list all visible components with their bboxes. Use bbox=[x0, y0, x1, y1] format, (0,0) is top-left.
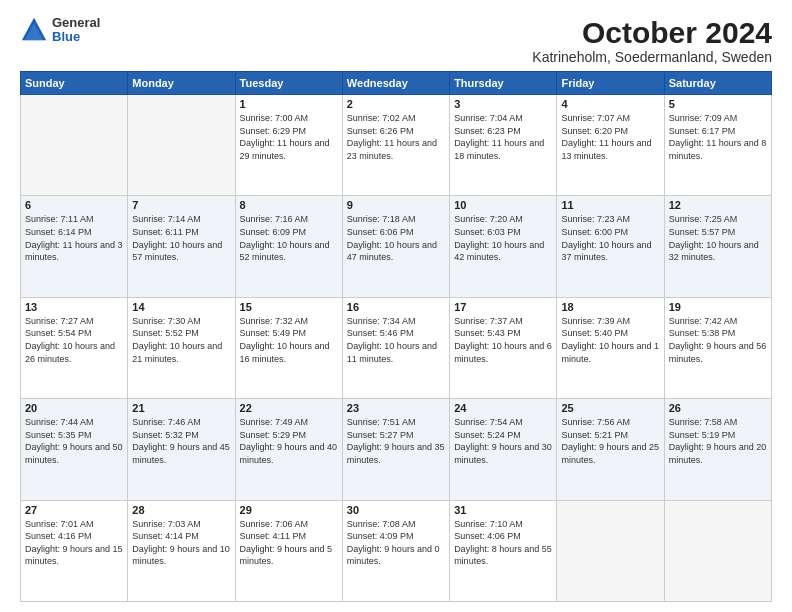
col-saturday: Saturday bbox=[664, 72, 771, 95]
day-info: Sunrise: 7:37 AM Sunset: 5:43 PM Dayligh… bbox=[454, 315, 552, 365]
day-info: Sunrise: 7:20 AM Sunset: 6:03 PM Dayligh… bbox=[454, 213, 552, 263]
day-info: Sunrise: 7:07 AM Sunset: 6:20 PM Dayligh… bbox=[561, 112, 659, 162]
day-info: Sunrise: 7:39 AM Sunset: 5:40 PM Dayligh… bbox=[561, 315, 659, 365]
day-number: 11 bbox=[561, 199, 659, 211]
calendar-cell: 19Sunrise: 7:42 AM Sunset: 5:38 PM Dayli… bbox=[664, 297, 771, 398]
col-thursday: Thursday bbox=[450, 72, 557, 95]
calendar-cell: 26Sunrise: 7:58 AM Sunset: 5:19 PM Dayli… bbox=[664, 399, 771, 500]
calendar-cell: 2Sunrise: 7:02 AM Sunset: 6:26 PM Daylig… bbox=[342, 95, 449, 196]
col-monday: Monday bbox=[128, 72, 235, 95]
calendar-cell bbox=[21, 95, 128, 196]
day-info: Sunrise: 7:16 AM Sunset: 6:09 PM Dayligh… bbox=[240, 213, 338, 263]
calendar-cell: 23Sunrise: 7:51 AM Sunset: 5:27 PM Dayli… bbox=[342, 399, 449, 500]
day-number: 16 bbox=[347, 301, 445, 313]
calendar-week-4: 20Sunrise: 7:44 AM Sunset: 5:35 PM Dayli… bbox=[21, 399, 772, 500]
day-number: 5 bbox=[669, 98, 767, 110]
calendar-week-3: 13Sunrise: 7:27 AM Sunset: 5:54 PM Dayli… bbox=[21, 297, 772, 398]
calendar-cell: 21Sunrise: 7:46 AM Sunset: 5:32 PM Dayli… bbox=[128, 399, 235, 500]
day-info: Sunrise: 7:08 AM Sunset: 4:09 PM Dayligh… bbox=[347, 518, 445, 568]
day-info: Sunrise: 7:00 AM Sunset: 6:29 PM Dayligh… bbox=[240, 112, 338, 162]
day-number: 30 bbox=[347, 504, 445, 516]
day-info: Sunrise: 7:34 AM Sunset: 5:46 PM Dayligh… bbox=[347, 315, 445, 365]
logo-blue-text: Blue bbox=[52, 30, 100, 44]
day-number: 12 bbox=[669, 199, 767, 211]
calendar-cell: 9Sunrise: 7:18 AM Sunset: 6:06 PM Daylig… bbox=[342, 196, 449, 297]
day-info: Sunrise: 7:44 AM Sunset: 5:35 PM Dayligh… bbox=[25, 416, 123, 466]
day-info: Sunrise: 7:30 AM Sunset: 5:52 PM Dayligh… bbox=[132, 315, 230, 365]
day-info: Sunrise: 7:03 AM Sunset: 4:14 PM Dayligh… bbox=[132, 518, 230, 568]
calendar-cell: 8Sunrise: 7:16 AM Sunset: 6:09 PM Daylig… bbox=[235, 196, 342, 297]
day-info: Sunrise: 7:02 AM Sunset: 6:26 PM Dayligh… bbox=[347, 112, 445, 162]
calendar-table: Sunday Monday Tuesday Wednesday Thursday… bbox=[20, 71, 772, 602]
day-number: 15 bbox=[240, 301, 338, 313]
calendar-cell: 25Sunrise: 7:56 AM Sunset: 5:21 PM Dayli… bbox=[557, 399, 664, 500]
day-info: Sunrise: 7:06 AM Sunset: 4:11 PM Dayligh… bbox=[240, 518, 338, 568]
calendar-cell: 7Sunrise: 7:14 AM Sunset: 6:11 PM Daylig… bbox=[128, 196, 235, 297]
title-block: October 2024 Katrineholm, Soedermanland,… bbox=[532, 16, 772, 65]
day-number: 4 bbox=[561, 98, 659, 110]
logo: General Blue bbox=[20, 16, 100, 45]
calendar-cell: 28Sunrise: 7:03 AM Sunset: 4:14 PM Dayli… bbox=[128, 500, 235, 601]
header: General Blue October 2024 Katrineholm, S… bbox=[20, 16, 772, 65]
calendar-cell: 4Sunrise: 7:07 AM Sunset: 6:20 PM Daylig… bbox=[557, 95, 664, 196]
calendar-cell: 5Sunrise: 7:09 AM Sunset: 6:17 PM Daylig… bbox=[664, 95, 771, 196]
calendar-cell: 3Sunrise: 7:04 AM Sunset: 6:23 PM Daylig… bbox=[450, 95, 557, 196]
calendar-cell bbox=[128, 95, 235, 196]
day-info: Sunrise: 7:09 AM Sunset: 6:17 PM Dayligh… bbox=[669, 112, 767, 162]
day-info: Sunrise: 7:51 AM Sunset: 5:27 PM Dayligh… bbox=[347, 416, 445, 466]
header-row: Sunday Monday Tuesday Wednesday Thursday… bbox=[21, 72, 772, 95]
day-number: 7 bbox=[132, 199, 230, 211]
day-number: 3 bbox=[454, 98, 552, 110]
calendar-cell: 22Sunrise: 7:49 AM Sunset: 5:29 PM Dayli… bbox=[235, 399, 342, 500]
day-info: Sunrise: 7:23 AM Sunset: 6:00 PM Dayligh… bbox=[561, 213, 659, 263]
day-number: 8 bbox=[240, 199, 338, 211]
day-number: 29 bbox=[240, 504, 338, 516]
day-info: Sunrise: 7:04 AM Sunset: 6:23 PM Dayligh… bbox=[454, 112, 552, 162]
day-info: Sunrise: 7:46 AM Sunset: 5:32 PM Dayligh… bbox=[132, 416, 230, 466]
calendar-cell bbox=[557, 500, 664, 601]
day-number: 25 bbox=[561, 402, 659, 414]
day-info: Sunrise: 7:27 AM Sunset: 5:54 PM Dayligh… bbox=[25, 315, 123, 365]
calendar-cell: 20Sunrise: 7:44 AM Sunset: 5:35 PM Dayli… bbox=[21, 399, 128, 500]
day-number: 22 bbox=[240, 402, 338, 414]
calendar-cell: 14Sunrise: 7:30 AM Sunset: 5:52 PM Dayli… bbox=[128, 297, 235, 398]
day-info: Sunrise: 7:11 AM Sunset: 6:14 PM Dayligh… bbox=[25, 213, 123, 263]
calendar-week-2: 6Sunrise: 7:11 AM Sunset: 6:14 PM Daylig… bbox=[21, 196, 772, 297]
calendar-cell: 6Sunrise: 7:11 AM Sunset: 6:14 PM Daylig… bbox=[21, 196, 128, 297]
day-number: 20 bbox=[25, 402, 123, 414]
day-info: Sunrise: 7:25 AM Sunset: 5:57 PM Dayligh… bbox=[669, 213, 767, 263]
calendar-cell: 30Sunrise: 7:08 AM Sunset: 4:09 PM Dayli… bbox=[342, 500, 449, 601]
col-wednesday: Wednesday bbox=[342, 72, 449, 95]
main-title: October 2024 bbox=[532, 16, 772, 49]
calendar-cell: 27Sunrise: 7:01 AM Sunset: 4:16 PM Dayli… bbox=[21, 500, 128, 601]
calendar-week-5: 27Sunrise: 7:01 AM Sunset: 4:16 PM Dayli… bbox=[21, 500, 772, 601]
day-number: 28 bbox=[132, 504, 230, 516]
calendar-cell: 13Sunrise: 7:27 AM Sunset: 5:54 PM Dayli… bbox=[21, 297, 128, 398]
day-number: 6 bbox=[25, 199, 123, 211]
logo-icon bbox=[20, 16, 48, 44]
calendar-cell: 18Sunrise: 7:39 AM Sunset: 5:40 PM Dayli… bbox=[557, 297, 664, 398]
calendar-cell: 12Sunrise: 7:25 AM Sunset: 5:57 PM Dayli… bbox=[664, 196, 771, 297]
day-number: 24 bbox=[454, 402, 552, 414]
calendar-cell: 31Sunrise: 7:10 AM Sunset: 4:06 PM Dayli… bbox=[450, 500, 557, 601]
calendar-cell: 29Sunrise: 7:06 AM Sunset: 4:11 PM Dayli… bbox=[235, 500, 342, 601]
calendar-cell: 1Sunrise: 7:00 AM Sunset: 6:29 PM Daylig… bbox=[235, 95, 342, 196]
day-info: Sunrise: 7:32 AM Sunset: 5:49 PM Dayligh… bbox=[240, 315, 338, 365]
day-info: Sunrise: 7:01 AM Sunset: 4:16 PM Dayligh… bbox=[25, 518, 123, 568]
day-info: Sunrise: 7:49 AM Sunset: 5:29 PM Dayligh… bbox=[240, 416, 338, 466]
day-info: Sunrise: 7:10 AM Sunset: 4:06 PM Dayligh… bbox=[454, 518, 552, 568]
col-sunday: Sunday bbox=[21, 72, 128, 95]
day-number: 1 bbox=[240, 98, 338, 110]
day-number: 23 bbox=[347, 402, 445, 414]
day-info: Sunrise: 7:54 AM Sunset: 5:24 PM Dayligh… bbox=[454, 416, 552, 466]
day-number: 27 bbox=[25, 504, 123, 516]
day-number: 2 bbox=[347, 98, 445, 110]
day-number: 9 bbox=[347, 199, 445, 211]
day-info: Sunrise: 7:56 AM Sunset: 5:21 PM Dayligh… bbox=[561, 416, 659, 466]
day-info: Sunrise: 7:58 AM Sunset: 5:19 PM Dayligh… bbox=[669, 416, 767, 466]
day-number: 19 bbox=[669, 301, 767, 313]
calendar-cell: 16Sunrise: 7:34 AM Sunset: 5:46 PM Dayli… bbox=[342, 297, 449, 398]
calendar-cell: 17Sunrise: 7:37 AM Sunset: 5:43 PM Dayli… bbox=[450, 297, 557, 398]
calendar-cell: 15Sunrise: 7:32 AM Sunset: 5:49 PM Dayli… bbox=[235, 297, 342, 398]
calendar-cell: 10Sunrise: 7:20 AM Sunset: 6:03 PM Dayli… bbox=[450, 196, 557, 297]
